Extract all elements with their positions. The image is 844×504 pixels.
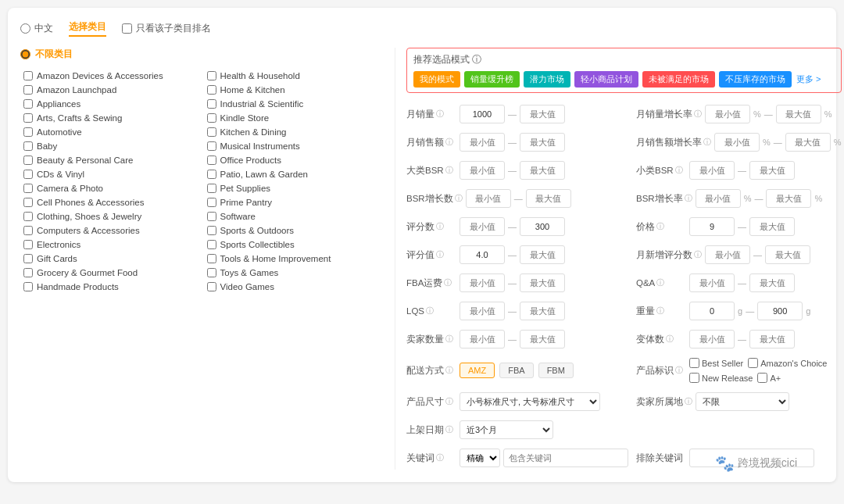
badge-new-release[interactable]: New Release bbox=[689, 373, 753, 383]
bsr-rate-min[interactable] bbox=[696, 189, 741, 208]
keyword-input[interactable] bbox=[503, 449, 628, 467]
category-item[interactable]: Baby bbox=[20, 139, 204, 153]
qa-min[interactable] bbox=[689, 273, 735, 292]
bsr-count-min[interactable] bbox=[466, 189, 511, 208]
big-bsr-max[interactable] bbox=[520, 161, 565, 180]
lqs-max[interactable] bbox=[520, 302, 565, 320]
category-item[interactable]: Computers & Accessories bbox=[20, 223, 204, 238]
seller-location-select[interactable]: 不限 bbox=[696, 392, 789, 411]
category-item[interactable]: Sports Collectibles bbox=[204, 238, 388, 252]
category-item[interactable]: Software bbox=[204, 209, 388, 223]
category-item[interactable]: Patio, Lawn & Garden bbox=[204, 167, 388, 181]
category-item[interactable]: Industrial & Scientific bbox=[204, 97, 388, 111]
category-item[interactable]: Sports & Outdoors bbox=[204, 223, 388, 238]
main-layout: 不限类目 Amazon Devices & Accessories Amazon… bbox=[20, 48, 824, 470]
category-item[interactable]: Camera & Photo bbox=[20, 181, 204, 195]
category-item[interactable]: Amazon Devices & Accessories bbox=[20, 69, 204, 83]
mode-badge[interactable]: 不压库存的市场 bbox=[719, 71, 792, 88]
big-bsr-label: 大类BSR ⓘ bbox=[406, 165, 456, 177]
revenue-growth-max[interactable] bbox=[785, 133, 831, 152]
category-item[interactable]: Amazon Launchpad bbox=[20, 83, 204, 97]
big-bsr-min[interactable] bbox=[460, 161, 505, 180]
seller-count-max[interactable] bbox=[520, 330, 565, 349]
only-sub-radio[interactable]: 只看该子类目排名 bbox=[122, 22, 211, 35]
product-size-select[interactable]: 小号标准尺寸, 大号标准尺寸 bbox=[460, 392, 600, 411]
revenue-min[interactable] bbox=[460, 133, 505, 152]
badge-aplus[interactable]: A+ bbox=[757, 373, 781, 383]
exclude-keyword-input[interactable] bbox=[689, 449, 814, 467]
mode-badge[interactable]: 未被满足的市场 bbox=[642, 71, 715, 88]
category-item[interactable]: Kindle Store bbox=[204, 111, 388, 125]
badge-amazons-choice[interactable]: Amazon's Choice bbox=[748, 358, 827, 368]
small-bsr-min[interactable] bbox=[689, 161, 735, 180]
small-bsr-max[interactable] bbox=[749, 161, 795, 180]
mode-badge[interactable]: 销量缓升榜 bbox=[464, 71, 520, 88]
delivery-fbm-btn[interactable]: FBM bbox=[538, 363, 574, 378]
fba-fee-min[interactable] bbox=[460, 273, 505, 292]
new-reviews-min[interactable] bbox=[705, 245, 750, 264]
fba-fee-max[interactable] bbox=[520, 273, 565, 292]
mode-badge[interactable]: 轻小商品计划 bbox=[574, 71, 638, 88]
category-item[interactable]: Appliances bbox=[20, 97, 204, 111]
mode-badge[interactable]: 我的模式 bbox=[413, 71, 460, 88]
price-max[interactable] bbox=[749, 217, 795, 236]
lqs-min[interactable] bbox=[460, 302, 505, 320]
review-score-max[interactable] bbox=[520, 245, 565, 264]
weight-min[interactable] bbox=[689, 302, 735, 320]
category-item[interactable]: Video Games bbox=[204, 280, 388, 294]
sales-growth-min[interactable] bbox=[705, 105, 750, 123]
price-min[interactable] bbox=[689, 217, 735, 236]
seller-count-min[interactable] bbox=[460, 330, 505, 349]
revenue-max[interactable] bbox=[520, 133, 565, 152]
monthly-sales-min[interactable] bbox=[460, 105, 505, 123]
keyword-type-select[interactable]: 精确 bbox=[460, 449, 500, 467]
category-item[interactable]: Arts, Crafts & Sewing bbox=[20, 111, 204, 125]
select-category-tab[interactable]: 选择类目 bbox=[69, 20, 106, 37]
review-score-min[interactable] bbox=[460, 245, 505, 264]
category-item[interactable]: Toys & Games bbox=[204, 266, 388, 280]
category-item[interactable]: Pet Supplies bbox=[204, 181, 388, 195]
category-item[interactable]: Home & Kitchen bbox=[204, 83, 388, 97]
delivery-label: 配送方式 ⓘ bbox=[406, 365, 456, 377]
new-reviews-max[interactable] bbox=[765, 245, 810, 264]
more-modes-btn[interactable]: 更多 > bbox=[796, 73, 821, 85]
category-item[interactable]: Beauty & Personal Care bbox=[20, 153, 204, 167]
category-item[interactable]: Electronics bbox=[20, 238, 204, 252]
category-item[interactable]: Cell Phones & Accessories bbox=[20, 195, 204, 209]
category-item[interactable]: Prime Pantry bbox=[204, 195, 388, 209]
category-item[interactable]: Grocery & Gourmet Food bbox=[20, 266, 204, 280]
empty-row-12 bbox=[636, 418, 842, 441]
delivery-amz-btn[interactable]: AMZ bbox=[460, 363, 495, 378]
bsr-rate-max[interactable] bbox=[766, 189, 811, 208]
weight-max[interactable] bbox=[757, 302, 803, 320]
review-count-max[interactable] bbox=[520, 217, 565, 236]
bsr-count-max[interactable] bbox=[526, 189, 571, 208]
category-item[interactable]: CDs & Vinyl bbox=[20, 167, 204, 181]
monthly-sales-growth-row: 月销量增长率 ⓘ % — % bbox=[636, 102, 842, 126]
review-count-min[interactable] bbox=[460, 217, 505, 236]
monthly-sales-max[interactable] bbox=[520, 105, 565, 123]
category-item[interactable]: Clothing, Shoes & Jewelry bbox=[20, 209, 204, 223]
mode-badge[interactable]: 潜力市场 bbox=[524, 71, 570, 88]
no-limit-radio[interactable] bbox=[20, 49, 30, 59]
sales-growth-max[interactable] bbox=[776, 105, 821, 123]
mode-info-icon[interactable]: ⓘ bbox=[472, 53, 481, 66]
variant-count-min[interactable] bbox=[689, 330, 735, 349]
category-item[interactable]: Musical Instruments bbox=[204, 139, 388, 153]
variant-count-max[interactable] bbox=[749, 330, 795, 349]
category-item[interactable]: Health & Household bbox=[204, 69, 388, 83]
category-item[interactable]: Handmade Products bbox=[20, 280, 204, 294]
delivery-fba-btn[interactable]: FBA bbox=[499, 363, 533, 378]
review-count-row: 评分数 ⓘ — bbox=[406, 215, 628, 238]
badge-best-seller[interactable]: Best Seller bbox=[689, 358, 743, 368]
category-item[interactable]: Kitchen & Dining bbox=[204, 125, 388, 139]
listing-date-select[interactable]: 近3个月 近6个月 近1年 bbox=[460, 420, 553, 439]
revenue-growth-min[interactable] bbox=[714, 133, 760, 152]
category-item[interactable]: Office Products bbox=[204, 153, 388, 167]
category-item[interactable]: Gift Cards bbox=[20, 252, 204, 266]
category-item[interactable]: Automotive bbox=[20, 125, 204, 139]
lang-radio[interactable]: 中文 bbox=[20, 22, 53, 35]
listing-date-label: 上架日期 ⓘ bbox=[406, 424, 456, 436]
qa-max[interactable] bbox=[749, 273, 795, 292]
category-item[interactable]: Tools & Home Improvement bbox=[204, 252, 388, 266]
